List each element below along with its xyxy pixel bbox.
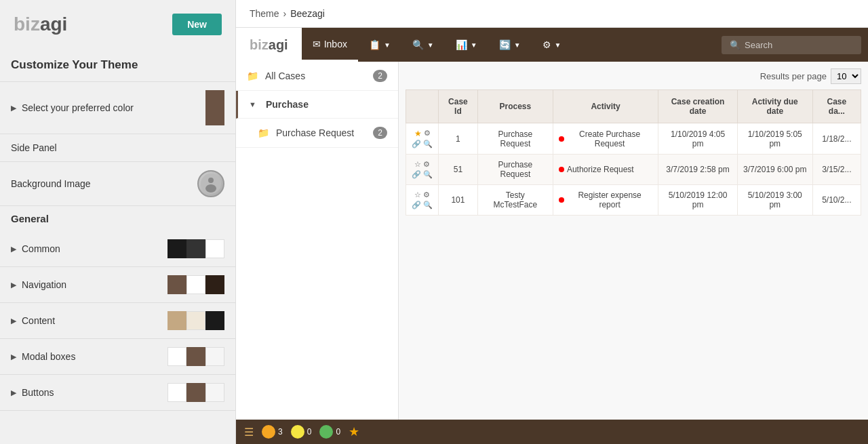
color-preview-swatch [205,90,224,125]
status-dot-3 [559,197,564,203]
share-icon-2[interactable]: 🔗 [412,170,421,179]
buttons-arrow: ▶ [11,388,16,397]
settings-icon: ⚙ [542,39,551,50]
side-panel-label: Side Panel [11,142,57,153]
row2-casedate: 3/15/2... [812,155,861,185]
nav-swatch-1 [167,275,186,294]
row1-id: 1 [439,123,478,155]
swatch-3 [205,239,224,258]
row3-activity-text: Register expense report [567,190,652,209]
background-image-preview[interactable] [197,170,224,197]
nav-search[interactable]: 🔍 ▼ [401,28,445,62]
all-cases-item[interactable]: 📁 All Cases 2 [236,62,398,91]
nav-chart[interactable]: 📊 ▼ [445,28,488,62]
col-process: Process [477,90,553,123]
bottom-bar: ☰ 3 0 0 ★ [236,420,868,444]
yellow-dot [291,425,304,439]
nav-inbox[interactable]: ✉ Inbox [302,28,358,62]
all-cases-badge: 2 [373,70,387,82]
process-icon-2[interactable]: ⚙ [423,160,430,169]
buttons-swatch-2 [186,383,205,402]
navigation-header[interactable]: ▶ Navigation [0,267,235,302]
buttons-label: Buttons [22,387,167,398]
row1-creation: 1/10/2019 4:05 pm [658,123,738,155]
green-count: 0 [336,427,340,437]
star-icon-3[interactable]: ☆ [414,190,421,199]
share-icon-3[interactable]: 🔗 [412,201,421,209]
content-header[interactable]: ▶ Content [0,303,235,338]
breadcrumb-theme[interactable]: Theme [250,8,279,19]
star-icon-1[interactable]: ★ [414,129,422,138]
common-header[interactable]: ▶ Common [0,231,235,266]
all-cases-label: All Cases [265,70,305,81]
results-per-page-label: Results per page [760,71,827,81]
svg-point-2 [205,184,216,193]
breadcrumb: Theme › Beezagi [236,0,868,28]
navbar-search[interactable]: 🔍 [722,36,861,54]
navigation-section: ▶ Navigation [0,267,235,303]
search-icon-1[interactable]: 🔍 [423,140,433,148]
new-button[interactable]: New [172,14,222,35]
star-icon-2[interactable]: ☆ [414,160,421,169]
content-area: 📁 All Cases 2 ▼ Purchase 📁 Purchase Requ… [236,62,868,420]
rotate-dropdown: ▼ [514,41,521,49]
select-color-section: ▶ Select your preferred color [0,82,235,134]
yellow-badge: 0 [291,425,312,439]
settings-dropdown: ▼ [555,41,561,49]
table-row: ★ ⚙ 🔗 🔍 1 Purchase Re [406,123,861,155]
results-per-page-select[interactable]: 10 25 50 [831,68,861,84]
col-due-date: Activity due date [737,90,812,123]
process-icon-3[interactable]: ⚙ [423,190,430,199]
table-area: Results per page 10 25 50 Case Id Proces… [399,62,868,420]
content-swatch-1 [167,311,186,330]
purchase-request-badge: 2 [373,127,387,139]
share-icon-1[interactable]: 🔗 [412,140,421,148]
row2-creation: 3/7/2019 2:58 pm [658,155,738,185]
inbox-icon: ✉ [313,39,321,49]
common-section: ▶ Common [0,231,235,267]
right-side: Theme › Beezagi bizagi ✉ Inbox 📋 ▼ [236,0,868,444]
logo-area: bizagi New [0,0,235,49]
row3-id: 101 [439,185,478,216]
nav-settings[interactable]: ⚙ ▼ [532,28,572,62]
status-dot-1 [559,136,564,142]
swatch-1 [167,239,186,258]
customize-title: Customize Your Theme [0,49,235,82]
purchase-item[interactable]: ▼ Purchase [236,91,398,119]
nav-rotate[interactable]: 🔄 ▼ [488,28,532,62]
select-color-arrow: ▶ [11,104,16,113]
list-icon[interactable]: ☰ [244,426,254,439]
all-cases-left: 📁 All Cases [247,70,305,81]
background-image-section: Background Image [0,162,235,206]
results-bar: Results per page 10 25 50 [406,68,861,84]
select-color-header[interactable]: ▶ Select your preferred color [0,82,235,134]
purchase-request-left: 📁 Purchase Request [258,127,354,138]
common-swatches [167,239,224,258]
process-icon-1[interactable]: ⚙ [424,129,431,138]
purchase-expand-arrow: ▼ [249,100,256,108]
search-icon-3[interactable]: 🔍 [423,201,433,209]
navigation-swatches [167,275,224,294]
col-actions [406,90,439,123]
buttons-header[interactable]: ▶ Buttons [0,375,235,410]
search-input[interactable] [745,40,853,50]
orange-count: 3 [278,427,283,437]
purchase-request-item[interactable]: 📁 Purchase Request 2 [236,119,398,148]
data-table: Case Id Process Activity Case creation d… [406,89,861,216]
col-case-id: Case Id [439,90,478,123]
navbar: bizagi ✉ Inbox 📋 ▼ 🔍 ▼ 📊 ▼ [236,28,868,62]
row3-activity: Register expense report [553,185,658,216]
work-icon: 📋 [369,39,380,50]
star-bottom-icon[interactable]: ★ [349,424,359,439]
content-label: Content [22,315,167,326]
row3-casedate: 5/10/2... [812,185,861,216]
orange-badge: 3 [262,425,283,439]
content-swatch-3 [205,311,224,330]
nav-work[interactable]: 📋 ▼ [358,28,401,62]
search-icon-2[interactable]: 🔍 [423,170,433,179]
modal-boxes-header[interactable]: ▶ Modal boxes [0,339,235,374]
col-creation-date: Case creation date [658,90,738,123]
theme-left-panel: bizagi New Customize Your Theme ▶ Select… [0,0,236,444]
swatch-2 [186,239,205,258]
chart-dropdown: ▼ [471,41,477,49]
